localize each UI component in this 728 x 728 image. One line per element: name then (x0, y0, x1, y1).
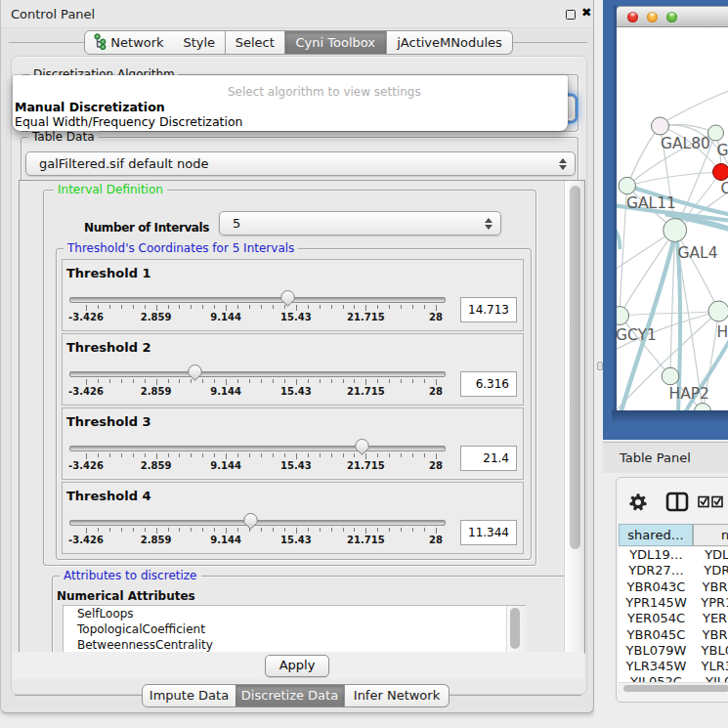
select-columns-icon[interactable] (698, 495, 727, 508)
table-row[interactable]: YBR043CYBR043C (619, 579, 728, 596)
network-node[interactable] (652, 117, 669, 135)
bottom-tab-impute-data[interactable]: Impute Data (142, 684, 236, 707)
network-node[interactable] (713, 164, 728, 181)
threshold-value-field[interactable]: 11.344 (460, 520, 517, 545)
table-row[interactable]: YBR045CYBR045C (619, 627, 728, 644)
threshold-slider-thumb[interactable] (355, 439, 369, 455)
split-table-icon[interactable] (665, 492, 689, 513)
threshold-value-field[interactable]: 21.4 (460, 446, 517, 471)
network-node[interactable] (708, 301, 728, 321)
table-panel-titlebar[interactable]: Table Panel (603, 442, 728, 474)
combo-arrows-icon (559, 157, 567, 171)
bottom-tab-discretize-data[interactable]: Discretize Data (236, 684, 345, 707)
control-panel-titlebar[interactable]: Control Panel ✖ (1, 0, 593, 28)
threshold-slider-thumb[interactable] (280, 290, 295, 307)
network-node-label: HAP2 (669, 385, 709, 403)
threshold-value-field[interactable]: 14.713 (460, 297, 517, 322)
threshold-slider-track[interactable] (69, 446, 446, 451)
slider-tick-label: 21.715 (347, 535, 385, 545)
popup-item-equal-width-frequency-discretization[interactable]: Equal Width/Frequency Discretization (15, 114, 243, 129)
tab-label: Cyni Toolbox (295, 35, 375, 50)
gear-icon[interactable] (628, 492, 648, 512)
network-window-titlebar[interactable] (617, 6, 728, 27)
threshold-row: Threshold 1-3.4262.8599.14415.4321.71528… (62, 259, 524, 331)
network-canvas[interactable]: GAL80GALCGAL11GAL4GCY1HHAP2 (617, 27, 728, 410)
network-node-label: GCY1 (617, 326, 657, 344)
threshold-slider-thumb[interactable] (188, 364, 202, 381)
attributes-group: Attributes to discretize Numerical Attri… (52, 576, 572, 654)
threshold-label: Threshold 3 (66, 414, 151, 429)
network-node-label: H (717, 323, 728, 341)
tab-cyni-toolbox[interactable]: Cyni Toolbox (285, 30, 388, 55)
attribute-list-item[interactable]: BetweennessCentrality (64, 637, 525, 653)
tab-style[interactable]: Style (174, 30, 227, 55)
tab-jactivemnodules[interactable]: jActiveMNodules (387, 30, 513, 55)
numerical-attributes-list[interactable]: SelfLoopsTopologicalCoefficientBetweenne… (63, 605, 526, 654)
table-row[interactable]: YER054CYER054C (619, 611, 728, 627)
tab-network[interactable]: Network (84, 30, 175, 55)
slider-tick-label: 21.715 (347, 386, 385, 397)
bottom-tab-infer-network[interactable]: Infer Network (345, 684, 450, 707)
slider-tick-label: 2.859 (141, 386, 172, 397)
slider-tick-label: 15.43 (280, 535, 312, 545)
threshold-label: Threshold 4 (66, 489, 151, 503)
table-row[interactable]: YDL19…YDL19… (619, 547, 728, 564)
popup-hint-item[interactable]: Select algorithm to view settings (228, 85, 421, 99)
threshold-label: Threshold 1 (66, 266, 151, 280)
table-horizontal-scrollbar[interactable] (619, 682, 728, 694)
tab-label: Select (236, 35, 275, 50)
network-node[interactable] (662, 367, 679, 385)
close-traffic-light-icon[interactable] (627, 12, 638, 22)
table-column-header-shared-name[interactable]: shared… (619, 524, 693, 546)
close-icon[interactable]: ✖ (581, 5, 591, 20)
attributes-list-scrollbar[interactable] (506, 606, 527, 654)
slider-tick-label: -3.426 (68, 312, 104, 322)
table-row[interactable]: YLR345WYLR345W (619, 659, 728, 675)
minimize-traffic-light-icon[interactable] (647, 12, 658, 22)
slider-tick-label: 9.144 (210, 312, 241, 322)
tab-label: Network (110, 35, 163, 50)
threshold-row: Threshold 4-3.4262.8599.14415.4321.71528… (62, 482, 524, 554)
table-row[interactable]: YDR27…YDR27… (619, 563, 728, 579)
table-hscrollbar-thumb[interactable] (623, 685, 728, 692)
threshold-slider-track[interactable] (69, 371, 446, 377)
network-edge-thick[interactable] (617, 222, 620, 249)
table-data-group: Table Data galFiltered.sif default node (21, 137, 578, 182)
number-of-intervals-combobox[interactable]: 5 (219, 211, 501, 236)
attribute-list-item[interactable]: TopologicalCoefficient (64, 621, 525, 637)
combo-arrows-icon (485, 217, 492, 231)
attribute-list-item[interactable]: SelfLoops (64, 606, 525, 621)
slider-tick-label: 28 (429, 535, 443, 545)
apply-button[interactable]: Apply (265, 655, 329, 677)
divider-grip-icon[interactable] (597, 362, 603, 370)
tab-select[interactable]: Select (226, 30, 285, 55)
network-node[interactable] (664, 219, 687, 242)
network-node[interactable] (619, 177, 635, 193)
table-column-header-name[interactable]: name (693, 524, 728, 546)
table-row[interactable]: YPR145WYPR145W (619, 595, 728, 612)
attributes-group-title: Attributes to discretize (60, 569, 201, 583)
settings-scrollbar[interactable] (564, 181, 584, 653)
threshold-value-field[interactable]: 6.316 (460, 371, 517, 397)
slider-tick-label: 9.144 (210, 460, 241, 471)
threshold-slider-thumb[interactable] (243, 513, 258, 530)
zoom-traffic-light-icon[interactable] (666, 12, 677, 22)
table-row[interactable]: YBL079WYBL079W (619, 643, 728, 660)
slider-tick-label: 2.859 (141, 312, 172, 322)
threshold-slider-track[interactable] (69, 297, 446, 303)
network-edge[interactable] (620, 316, 670, 376)
network-node-label: C (721, 180, 728, 197)
float-window-icon[interactable] (566, 10, 576, 20)
thresholds-group-title: Threshold's Coordinates for 5 Intervals (64, 241, 298, 256)
table-panel: shared… name YDL19…YDL19…YDR27…YDR27…YBR… (616, 477, 728, 703)
network-edge[interactable] (661, 90, 728, 124)
table-panel-title: Table Panel (620, 450, 691, 465)
table-data-combobox[interactable]: galFiltered.sif default node (25, 151, 576, 176)
tab-label: jActiveMNodules (397, 35, 502, 50)
settings-scrollbar-thumb[interactable] (570, 186, 580, 549)
popup-item-manual-discretization[interactable]: Manual Discretization (15, 100, 165, 114)
network-view-window: GAL80GALCGAL11GAL4GCY1HHAP2 (617, 6, 728, 410)
slider-tick-label: -3.426 (68, 386, 104, 397)
network-node[interactable] (617, 307, 629, 325)
network-edge[interactable] (627, 126, 661, 186)
